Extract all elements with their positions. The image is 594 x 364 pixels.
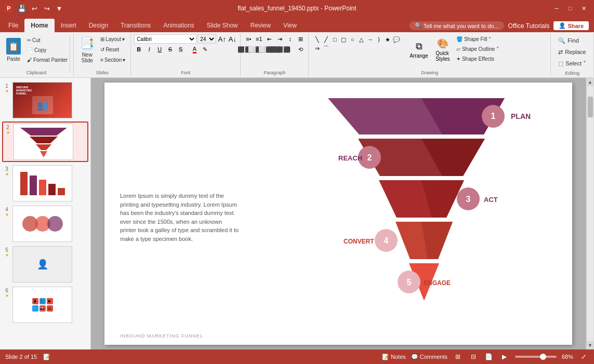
columns-button[interactable]: ⫶ xyxy=(285,45,295,54)
tab-design[interactable]: Design xyxy=(83,19,114,32)
callout-shape[interactable]: 💬 xyxy=(392,35,401,44)
save-button[interactable]: 💾 xyxy=(17,3,27,14)
restore-button[interactable]: □ xyxy=(564,3,576,14)
minimize-button[interactable]: ─ xyxy=(550,3,563,14)
select-button[interactable]: ⬚ Select ˅ xyxy=(555,58,589,69)
text-highlight-button[interactable]: ✎ xyxy=(200,45,209,54)
curve-shape[interactable]: ⌒ xyxy=(322,44,330,52)
slides-content: 📑 NewSlide ⊞ Layout ▾ ↺ Reset ≡ Section … xyxy=(77,34,127,69)
slide-thumb-6[interactable]: 6 ★ 📱 📘 ▶ 🐦 📷 G xyxy=(2,286,88,324)
slide-thumb-2[interactable]: 2 ★ xyxy=(2,122,88,162)
clipboard-label: Clipboard xyxy=(3,69,70,75)
slide-thumb-1[interactable]: 1 ★ INBOUNDMARKETINGFUNNEL 👥 xyxy=(2,81,88,119)
tab-animations[interactable]: Animations xyxy=(157,19,200,32)
arrange-button[interactable]: ⧉ Arrange xyxy=(406,34,431,65)
replace-button[interactable]: ⇄ Replace xyxy=(555,47,589,57)
undo-button[interactable]: ↩ xyxy=(29,3,39,14)
justify-button[interactable]: ⬛⬛⬛ xyxy=(275,45,284,54)
new-slide-button[interactable]: 📑 NewSlide xyxy=(77,34,97,65)
drawing-content: ╲ ╱ □ ▢ ○ △ → ⟩ ★ 💬 ⇒ ⌒ ⧉ Arrange xyxy=(312,34,501,69)
italic-button[interactable]: I xyxy=(144,45,154,54)
funnel-container[interactable]: 1 2 3 4 5 PLAN REACH xyxy=(307,93,541,337)
chevron-shape[interactable]: ⟩ xyxy=(375,35,383,44)
office-tutorials-link[interactable]: Office Tutorials xyxy=(508,22,550,30)
font-size-select[interactable]: 24 xyxy=(197,34,216,44)
slide-canvas[interactable]: Lorem Ipsum is simply dummy text of the … xyxy=(104,83,572,345)
scroll-thumb[interactable] xyxy=(588,97,593,117)
font-family-select[interactable]: Calibri xyxy=(134,34,196,44)
increase-font-button[interactable]: A↑ xyxy=(217,34,227,44)
slide-thumb-4[interactable]: 4 ★ xyxy=(2,205,88,243)
slide-thumb-5[interactable]: 5 ★ 👤 xyxy=(2,245,88,284)
tell-me-box[interactable]: 🔍 Tell me what you want to do... xyxy=(410,21,504,30)
line-shape[interactable]: ╲ xyxy=(313,35,321,44)
bold-button[interactable]: B xyxy=(134,45,143,54)
slide-thumb-3[interactable]: 3 ★ xyxy=(2,164,88,203)
zoom-slider[interactable] xyxy=(515,356,557,358)
section-button[interactable]: ≡ Section ▾ xyxy=(98,55,127,64)
slide-sorter-button[interactable]: ⊟ xyxy=(468,352,479,362)
svg-text:2: 2 xyxy=(367,153,372,162)
clipboard-small-btns: ✂ Cut 📄 Copy 🖌 Format Painter xyxy=(25,34,70,65)
reset-button[interactable]: ↺ Reset xyxy=(98,45,127,54)
shadow-button[interactable]: S xyxy=(176,45,185,54)
paste-button[interactable]: 📋 Paste xyxy=(3,34,24,65)
rounded-rect-shape[interactable]: ▢ xyxy=(339,35,348,44)
star-shape[interactable]: ★ xyxy=(384,35,392,44)
tab-transitions[interactable]: Transitions xyxy=(114,19,157,32)
scroll-track[interactable] xyxy=(587,86,593,341)
cut-button[interactable]: ✂ Cut xyxy=(25,35,70,45)
oval-shape[interactable]: ○ xyxy=(348,35,357,44)
decrease-font-button[interactable]: A↓ xyxy=(228,34,237,44)
line2-shape[interactable]: ╱ xyxy=(322,35,330,44)
canvas-area[interactable]: Lorem Ipsum is simply dummy text of the … xyxy=(91,78,586,349)
arrow-shape[interactable]: → xyxy=(366,35,374,44)
reading-view-button[interactable]: 📄 xyxy=(484,352,494,362)
tab-home[interactable]: Home xyxy=(24,19,54,32)
decrease-indent-button[interactable]: ⇤ xyxy=(265,34,274,44)
quick-styles-button[interactable]: 🎨 QuickStyles xyxy=(432,34,453,65)
copy-button[interactable]: 📄 Copy xyxy=(25,45,70,55)
fit-slide-button[interactable]: ⤢ xyxy=(578,352,589,362)
block-arrow-shape[interactable]: ⇒ xyxy=(313,44,321,52)
layout-button[interactable]: ⊞ Layout ▾ xyxy=(98,34,127,44)
text-direction-button[interactable]: ⟲ xyxy=(296,45,305,54)
find-label: Find xyxy=(567,37,578,44)
normal-view-button[interactable]: ⊞ xyxy=(453,352,463,362)
notes-button[interactable]: 📝 Notes xyxy=(382,354,406,360)
slide-panel[interactable]: 1 ★ INBOUNDMARKETINGFUNNEL 👥 2 ★ xyxy=(0,78,91,349)
redo-button[interactable]: ↪ xyxy=(42,3,52,14)
tab-file[interactable]: File xyxy=(2,19,24,32)
tab-slideshow[interactable]: Slide Show xyxy=(201,19,244,32)
scroll-up-arrow[interactable]: ▲ xyxy=(586,78,595,86)
scroll-down-arrow[interactable]: ▼ xyxy=(586,341,595,349)
share-button[interactable]: 👤 Share xyxy=(553,21,589,30)
convert-to-smartart-button[interactable]: ⊞ xyxy=(296,34,305,44)
rect-shape[interactable]: □ xyxy=(331,35,339,44)
comments-button[interactable]: 💬 Comments xyxy=(411,354,447,360)
lorem-text[interactable]: Lorem Ipsum is simply dummy text of the … xyxy=(120,192,240,243)
strikethrough-button[interactable]: S xyxy=(165,45,175,54)
increase-indent-button[interactable]: ⇥ xyxy=(275,34,284,44)
shape-fill-button[interactable]: 🪣 Shape Fill ˅ xyxy=(454,34,501,44)
shape-outline-button[interactable]: ▱ Shape Outline ˅ xyxy=(454,44,501,53)
customize-button[interactable]: ▼ xyxy=(54,3,64,14)
tab-review[interactable]: Review xyxy=(244,19,277,32)
bullets-button[interactable]: ≡• xyxy=(244,34,253,44)
right-scrollbar[interactable]: ▲ ▼ xyxy=(586,78,594,349)
numbering-button[interactable]: ≡1 xyxy=(254,34,263,44)
zoom-thumb[interactable] xyxy=(540,354,546,360)
find-button[interactable]: 🔍 Find xyxy=(555,35,589,46)
line-spacing-button[interactable]: ↕ xyxy=(285,34,295,44)
close-button[interactable]: ✕ xyxy=(577,3,590,14)
search-icon: 🔍 xyxy=(415,22,422,29)
underline-button[interactable]: U xyxy=(155,45,164,54)
triangle-shape[interactable]: △ xyxy=(357,35,365,44)
tab-insert[interactable]: Insert xyxy=(55,19,83,32)
outline-icon: ▱ xyxy=(456,46,460,52)
font-color-button[interactable]: A xyxy=(190,45,199,54)
format-painter-button[interactable]: 🖌 Format Painter xyxy=(25,55,70,64)
shape-effects-button[interactable]: ✦ Shape Effects xyxy=(454,54,501,63)
tab-view[interactable]: View xyxy=(277,19,303,32)
slideshow-view-button[interactable]: ▶ xyxy=(499,352,510,362)
